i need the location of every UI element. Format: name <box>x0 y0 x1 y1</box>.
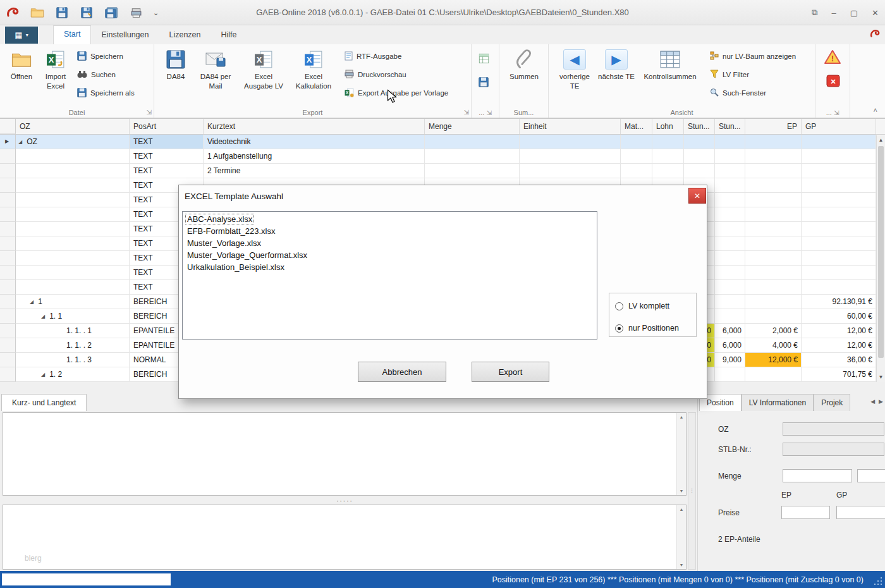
cell-stun2[interactable] <box>715 135 745 149</box>
cell-gp[interactable]: 12,00 € <box>802 324 876 338</box>
cell-ep[interactable] <box>745 295 802 309</box>
column-header-mat[interactable]: Mat... <box>621 119 652 134</box>
side-tab-lv-informationen[interactable]: LV Informationen <box>742 394 814 411</box>
cell-ep[interactable] <box>745 178 802 193</box>
cell-stun2[interactable] <box>715 251 745 266</box>
cell-ep[interactable] <box>745 164 802 178</box>
cell-gp[interactable] <box>802 236 876 251</box>
ribbon-tab-hilfe[interactable]: Hilfe <box>211 27 247 44</box>
speichern-button[interactable]: Speichern <box>77 49 123 63</box>
close-button[interactable]: ✕ <box>872 8 879 18</box>
cell-stun2[interactable] <box>715 164 745 178</box>
close-file-button[interactable]: ✕ <box>826 75 840 89</box>
cell-gp[interactable] <box>802 135 876 149</box>
kontrollsummen-button[interactable]: Kontrollsummen <box>641 48 699 82</box>
cell-ep[interactable] <box>745 280 802 295</box>
cell-stun2[interactable] <box>715 149 745 164</box>
column-header-ep[interactable]: EP <box>745 119 802 134</box>
main-menu-button[interactable]: ▦ ▾ <box>5 27 38 44</box>
cell-oz[interactable] <box>16 207 130 222</box>
cell-gp[interactable]: 60,00 € <box>802 309 876 324</box>
cell-stun2[interactable] <box>715 193 745 207</box>
save-as-icon[interactable] <box>79 5 94 20</box>
textarea-scrollbar[interactable]: ▲ ▼ <box>676 505 686 569</box>
scrollbar-thumb[interactable] <box>878 146 884 358</box>
column-header-posart[interactable]: PosArt <box>130 119 204 134</box>
cell-lohn[interactable] <box>652 135 684 149</box>
cell-oz[interactable]: 1. 1. . 2 <box>16 338 130 353</box>
scroll-up-icon[interactable]: ▲ <box>680 415 684 419</box>
cell-posart[interactable]: TEXT <box>130 135 204 149</box>
such-fenster-button[interactable]: Such-Fenster <box>710 86 766 100</box>
export-vorlage-button[interactable]: X Export Ausgabe per Vorlage <box>345 86 448 100</box>
cell-gp[interactable]: 701,75 € <box>802 367 876 382</box>
ribbon-collapse-button[interactable]: ˄ <box>874 106 877 114</box>
template-file-item[interactable]: Urkalkulation_Beispiel.xlsx <box>184 262 595 274</box>
cell-einheit[interactable] <box>520 149 621 164</box>
cell-lohn[interactable] <box>652 149 684 164</box>
cell-menge[interactable] <box>425 135 520 149</box>
vorherige-te-button[interactable]: ◀ vorherige TE <box>556 48 593 91</box>
layout-icon[interactable]: ⧉ <box>812 8 817 18</box>
cell-stun2[interactable] <box>715 295 745 309</box>
column-header-stun2[interactable]: Stun... <box>715 119 745 134</box>
scroll-up-icon[interactable]: ▲ <box>877 135 885 145</box>
scroll-down-icon[interactable]: ▼ <box>680 563 684 567</box>
tab-prev-icon[interactable]: ◀ <box>870 398 875 405</box>
ribbon-tab-lizenzen[interactable]: Lizenzen <box>159 27 211 44</box>
cell-stun2[interactable] <box>715 178 745 193</box>
resize-grip-icon[interactable] <box>874 577 882 585</box>
menge-einheit-field[interactable] <box>857 469 885 482</box>
maximize-button[interactable]: ▢ <box>850 8 858 18</box>
cell-stun2[interactable] <box>715 222 745 236</box>
cell-ep[interactable]: 4,000 € <box>745 338 802 353</box>
cell-gp[interactable]: 12,00 € <box>802 338 876 353</box>
cell-stun1[interactable] <box>684 164 715 178</box>
gp-field[interactable] <box>836 506 885 519</box>
cell-ep[interactable] <box>745 193 802 207</box>
cell-ep[interactable] <box>745 236 802 251</box>
cell-ep[interactable] <box>745 251 802 266</box>
cell-gp[interactable]: 36,00 € <box>802 353 876 367</box>
cell-oz[interactable]: 1. 1. . 1 <box>16 324 130 338</box>
cell-ep[interactable]: 12,000 € <box>745 353 802 367</box>
cell-einheit[interactable] <box>520 135 621 149</box>
cell-oz[interactable]: ◢1. 2 <box>16 367 130 382</box>
cell-oz[interactable]: ◢OZ <box>16 135 130 149</box>
cell-oz[interactable] <box>16 222 130 236</box>
cell-gp[interactable]: 92.130,91 € <box>802 295 876 309</box>
cell-ep[interactable] <box>745 222 802 236</box>
druckvorschau-button[interactable]: Druckvorschau <box>345 68 406 82</box>
speichern-als-button[interactable]: Speichern als <box>77 86 135 100</box>
cell-oz[interactable] <box>16 236 130 251</box>
ribbon-tab-start[interactable]: Start <box>53 25 91 44</box>
template-file-item[interactable]: ABC-Analyse.xlsx <box>184 214 595 226</box>
cell-gp[interactable] <box>802 193 876 207</box>
cell-ep[interactable] <box>745 367 802 382</box>
oz-field[interactable] <box>783 422 884 436</box>
lv-filter-button[interactable]: LV Filter <box>710 68 749 82</box>
excel-summen-button[interactable] <box>479 52 489 66</box>
scroll-up-icon[interactable]: ▲ <box>680 507 684 511</box>
scroll-down-icon[interactable]: ▼ <box>877 372 885 382</box>
cell-menge[interactable] <box>425 149 520 164</box>
save-icon[interactable] <box>54 5 70 20</box>
cell-oz[interactable] <box>16 251 130 266</box>
save-all-icon[interactable] <box>104 5 119 20</box>
table-row[interactable]: TEXT2 Termine <box>0 164 885 178</box>
cell-stun2[interactable]: 6,000 <box>715 338 745 353</box>
column-header-einheit[interactable]: Einheit <box>520 119 621 134</box>
tab-next-icon[interactable]: ▶ <box>879 398 883 405</box>
table-row[interactable]: ▶◢OZTEXTVideotechnik <box>0 135 885 149</box>
cell-oz[interactable] <box>16 266 130 280</box>
da84-button[interactable]: DA84 <box>161 48 190 82</box>
excel-ausgabe-lv-button[interactable]: X Excel Ausgabe LV <box>241 48 286 91</box>
cell-stun2[interactable]: 6,000 <box>715 324 745 338</box>
vertical-splitter[interactable]: ⋮ <box>688 412 696 570</box>
summen-button[interactable]: Summen <box>504 48 544 82</box>
cell-oz[interactable] <box>16 178 130 193</box>
cell-ep[interactable] <box>745 266 802 280</box>
summen-speichern-button[interactable] <box>479 76 489 90</box>
cell-stun2[interactable] <box>715 236 745 251</box>
textarea-scrollbar[interactable]: ▲ ▼ <box>676 413 686 495</box>
